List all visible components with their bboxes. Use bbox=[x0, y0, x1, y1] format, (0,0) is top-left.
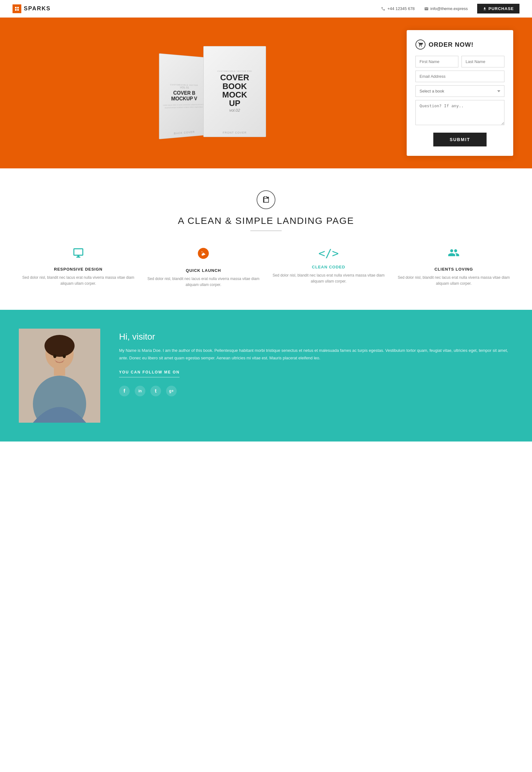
book-select-row: Select a book Book Vol. 01 Book Vol. 02 … bbox=[415, 85, 504, 97]
feature-clients-desc: Sed dolor nisl, blandit nec lacus erat n… bbox=[398, 275, 510, 287]
follow-label: YOU CAN FOLLOW ME ON bbox=[119, 370, 180, 378]
about-content: Hi, visitor My Name is Maria Doe. I am t… bbox=[119, 329, 513, 396]
header-contact: +44 12345 678 info@theme.express PURCHAS… bbox=[381, 4, 519, 13]
feature-coded-desc: Sed dolor nisl, blandit nec lacus erat n… bbox=[272, 273, 385, 284]
about-text: My Name is Maria Doe. I am the author of… bbox=[119, 347, 513, 362]
book-back-title: COVER BMOCKUP V bbox=[163, 90, 205, 102]
feature-clients-title: CLIENTS LOVING bbox=[398, 267, 510, 272]
order-form-container: ORDER NOW! Select a book Book Vol. 01 Bo… bbox=[407, 30, 513, 156]
email-input[interactable] bbox=[415, 70, 504, 82]
question-row bbox=[415, 100, 504, 129]
book-mockups: CUSTOMIZABLE VECTOR VOL 01 COVER BMOCKUP… bbox=[19, 46, 407, 140]
last-name-input[interactable] bbox=[462, 56, 504, 67]
feature-coded: </> CLEAN CODED Sed dolor nisl, blandit … bbox=[269, 247, 388, 288]
book-front-tag: CUSTOMIZABLE VECTOR PSD bbox=[217, 70, 252, 72]
book-back-text: CUSTOMIZABLE VECTOR VOL 01 COVER BMOCKUP… bbox=[159, 80, 207, 112]
purchase-button[interactable]: PURCHASE bbox=[477, 4, 519, 13]
social-icons: f in t g+ bbox=[119, 386, 513, 396]
feature-responsive-title: RESPONSIVE DESIGN bbox=[22, 267, 135, 272]
feature-launch: QUICK LAUNCH Sed dolor nisl, blandit nec… bbox=[144, 247, 263, 288]
features-divider bbox=[250, 231, 282, 231]
email-row bbox=[415, 70, 504, 82]
book-back: CUSTOMIZABLE VECTOR VOL 01 COVER BMOCKUP… bbox=[159, 53, 208, 139]
phone-number: +44 12345 678 bbox=[387, 6, 415, 11]
book-front-title: COVERBOOKMOCKUP bbox=[217, 73, 252, 107]
monitor-icon bbox=[22, 247, 135, 262]
logo-icon bbox=[13, 4, 21, 13]
svg-point-6 bbox=[44, 335, 75, 357]
feature-responsive: RESPONSIVE DESIGN Sed dolor nisl, blandi… bbox=[19, 247, 138, 288]
book-front-vol: vol.02 bbox=[217, 108, 252, 112]
book-select[interactable]: Select a book Book Vol. 01 Book Vol. 02 … bbox=[415, 85, 504, 97]
header-email: info@theme.express bbox=[424, 6, 468, 11]
feature-launch-title: QUICK LAUNCH bbox=[147, 268, 260, 273]
form-title-text: ORDER NOW! bbox=[429, 41, 473, 48]
about-section: Hi, visitor My Name is Maria Doe. I am t… bbox=[0, 310, 532, 441]
svg-rect-0 bbox=[15, 7, 17, 8]
feature-coded-title: CLEAN CODED bbox=[272, 265, 385, 269]
person-silhouette bbox=[19, 329, 100, 423]
clients-icon bbox=[398, 247, 510, 262]
feature-clients: CLIENTS LOVING Sed dolor nisl, blandit n… bbox=[394, 247, 514, 288]
about-greeting: Hi, visitor bbox=[119, 332, 513, 342]
email-icon bbox=[424, 7, 429, 11]
features-grid: RESPONSIVE DESIGN Sed dolor nisl, blandi… bbox=[19, 247, 513, 288]
header: SPARKS +44 12345 678 info@theme.express … bbox=[0, 0, 532, 18]
linkedin-icon[interactable]: in bbox=[135, 386, 145, 396]
author-photo bbox=[19, 329, 100, 423]
svg-rect-8 bbox=[54, 366, 65, 376]
question-textarea[interactable] bbox=[415, 100, 504, 125]
name-row bbox=[415, 56, 504, 67]
feature-launch-desc: Sed dolor nisl, blandit nec lacus erat n… bbox=[147, 276, 260, 288]
feature-responsive-desc: Sed dolor nisl, blandit nec lacus erat n… bbox=[22, 275, 135, 287]
features-section-icon bbox=[257, 190, 275, 209]
googleplus-icon[interactable]: g+ bbox=[166, 386, 177, 396]
svg-point-10 bbox=[63, 354, 66, 358]
download-icon bbox=[483, 7, 487, 11]
phone-icon bbox=[381, 7, 385, 11]
features-section: A CLEAN & SIMPLE LANDING PAGE RESPONSIVE… bbox=[0, 168, 532, 310]
twitter-icon[interactable]: t bbox=[150, 386, 161, 396]
about-image-area bbox=[19, 329, 100, 423]
book-back-smalltext: Lorem ipsum dolor sit amet consectetur a… bbox=[163, 103, 205, 109]
email-address: info@theme.express bbox=[430, 6, 468, 11]
svg-rect-1 bbox=[17, 7, 19, 8]
logo-area: SPARKS bbox=[13, 4, 51, 13]
cart-icon bbox=[415, 39, 425, 50]
submit-button[interactable]: SUBMIT bbox=[433, 133, 487, 146]
book-back-label: BACK COVER bbox=[174, 130, 195, 135]
svg-rect-2 bbox=[15, 9, 17, 11]
submit-label: SUBMIT bbox=[450, 137, 470, 142]
rocket-icon bbox=[147, 247, 260, 263]
code-icon: </> bbox=[272, 247, 385, 260]
svg-rect-3 bbox=[17, 9, 19, 11]
form-title-area: ORDER NOW! bbox=[415, 39, 504, 50]
header-phone: +44 12345 678 bbox=[381, 6, 415, 11]
book-front: CUSTOMIZABLE VECTOR PSD COVERBOOKMOCKUP … bbox=[203, 46, 266, 137]
facebook-icon[interactable]: f bbox=[119, 386, 130, 396]
hero-section: CUSTOMIZABLE VECTOR VOL 01 COVER BMOCKUP… bbox=[0, 18, 532, 168]
purchase-label: PURCHASE bbox=[488, 6, 514, 11]
book-mockup-group: CUSTOMIZABLE VECTOR VOL 01 COVER BMOCKUP… bbox=[159, 46, 266, 137]
first-name-input[interactable] bbox=[415, 56, 458, 67]
book-front-label: FRONT COVER bbox=[223, 131, 247, 134]
book-front-text: CUSTOMIZABLE VECTOR PSD COVERBOOKMOCKUP … bbox=[214, 67, 255, 115]
svg-point-9 bbox=[53, 354, 56, 358]
features-heading: A CLEAN & SIMPLE LANDING PAGE bbox=[19, 216, 513, 226]
logo-text: SPARKS bbox=[24, 5, 51, 12]
